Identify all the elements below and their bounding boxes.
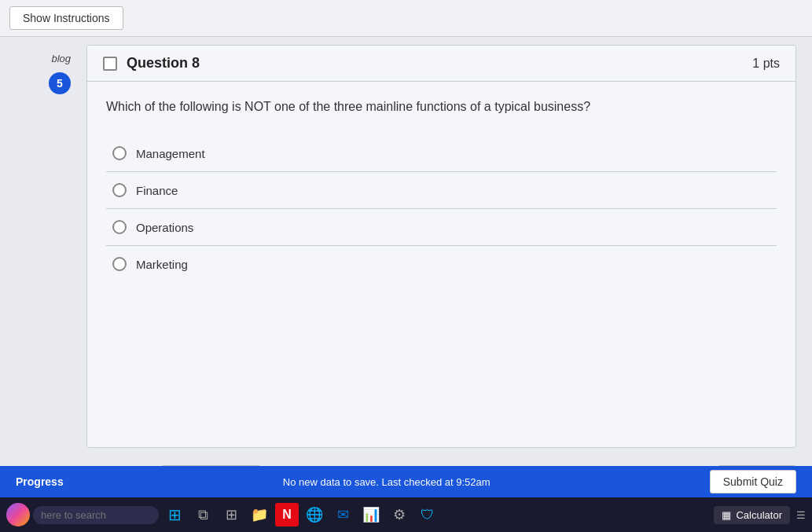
windows-icon[interactable]: ⊞ <box>162 502 187 527</box>
chrome-icon[interactable]: 🌐 <box>302 502 327 527</box>
answer-label-finance: Finance <box>136 184 178 197</box>
progress-bar: Progress No new data to save. Last check… <box>0 466 812 497</box>
taskbar-right: ▦ Calculator ☰ <box>714 506 806 524</box>
answer-label-management: Management <box>136 147 205 160</box>
mail-icon[interactable]: ✉ <box>330 502 355 527</box>
progress-status: No new data to save. Last checked at 9:5… <box>283 476 491 488</box>
file-explorer-icon[interactable]: 📁 <box>247 502 272 527</box>
widgets-icon[interactable]: ⊞ <box>219 502 244 527</box>
answer-option-finance[interactable]: Finance <box>106 172 777 209</box>
answer-label-operations: Operations <box>136 221 193 234</box>
question-checkbox[interactable] <box>103 57 117 71</box>
sidebar-blog-label: blog <box>51 53 71 64</box>
taskbar: ⊞ ⧉ ⊞ 📁 N 🌐 ✉ 📊 ⚙ 🛡 ▦ Calculator ☰ <box>0 497 812 532</box>
submit-quiz-button[interactable]: Submit Quiz <box>710 470 796 493</box>
question-card: Question 8 1 pts Which of the following … <box>86 45 796 448</box>
calculator-button[interactable]: ▦ Calculator <box>714 506 790 524</box>
sidebar: blog 5 <box>0 45 79 448</box>
answer-option-operations[interactable]: Operations <box>106 209 777 246</box>
question-title: Question 8 <box>127 55 200 72</box>
question-header-left: Question 8 <box>103 55 200 72</box>
radio-finance[interactable] <box>112 183 127 197</box>
show-instructions-button[interactable]: Show Instructions <box>9 6 123 30</box>
top-bar: Show Instructions <box>0 0 812 37</box>
excel-icon[interactable]: 📊 <box>358 502 384 527</box>
taskbar-menu-icon[interactable]: ☰ <box>796 509 806 521</box>
shield-icon[interactable]: 🛡 <box>415 502 440 527</box>
settings-icon[interactable]: ⚙ <box>387 502 412 527</box>
radio-marketing[interactable] <box>112 257 127 271</box>
taskbar-search-input[interactable] <box>33 506 159 524</box>
question-text: Which of the following is NOT one of the… <box>106 97 777 116</box>
answer-option-marketing[interactable]: Marketing <box>106 246 777 282</box>
main-area: blog 5 Question 8 1 pts Which of the fol… <box>0 37 812 456</box>
radio-management[interactable] <box>112 146 127 160</box>
answer-options: Management Finance Operations Marketing <box>106 135 777 282</box>
answer-option-management[interactable]: Management <box>106 135 777 172</box>
netflix-icon[interactable]: N <box>275 503 299 526</box>
answer-label-marketing: Marketing <box>136 258 188 271</box>
question-points: 1 pts <box>752 57 780 71</box>
question-body: Which of the following is NOT one of the… <box>87 82 795 298</box>
radio-operations[interactable] <box>112 220 127 234</box>
sidebar-badge: 5 <box>49 72 71 94</box>
calculator-label: Calculator <box>736 509 782 521</box>
calculator-icon: ▦ <box>722 509 731 521</box>
copilot-icon[interactable] <box>6 503 30 526</box>
question-header: Question 8 1 pts <box>87 46 795 82</box>
progress-label: Progress <box>16 475 64 488</box>
task-view-icon[interactable]: ⧉ <box>190 502 215 527</box>
